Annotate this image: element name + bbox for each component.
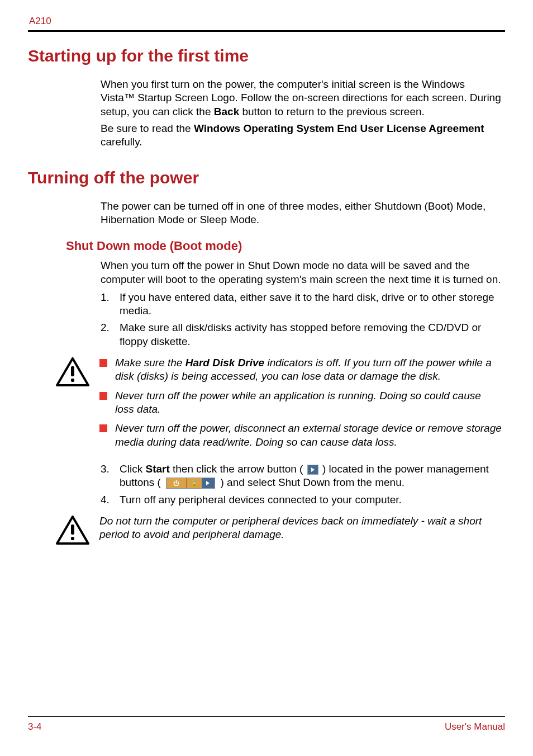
bullet-icon: [99, 392, 107, 400]
list-number: 1.: [101, 291, 120, 318]
arrow-button-icon: [307, 465, 318, 475]
menu-arrow-icon: [202, 478, 215, 488]
list-item: 3. Click Start then click the arrow butt…: [101, 462, 502, 490]
power-icon: ⏻: [166, 478, 187, 488]
caution-icon: [56, 516, 89, 547]
list-text: Turn off any peripheral devices connecte…: [120, 493, 502, 507]
section2-title: Turning off the power: [28, 168, 505, 187]
page-number: 3-4: [28, 721, 42, 733]
section1-para2: Be sure to read the Windows Operating Sy…: [101, 122, 502, 149]
footer-rule: [28, 716, 505, 717]
text: carefully.: [101, 136, 142, 148]
text: ) and select Shut Down from the menu.: [217, 476, 404, 488]
text: Click: [120, 463, 145, 475]
list-item: 1. If you have entered data, either save…: [101, 291, 502, 318]
header-rule: [28, 30, 505, 32]
section1-title: Starting up for the first time: [28, 46, 505, 65]
svg-rect-2: [71, 379, 74, 382]
start-label: Start: [145, 463, 169, 475]
list-number: 3.: [101, 462, 120, 490]
bullet-icon: [99, 424, 107, 432]
caution-block: Make sure the Hard Disk Drive indicators…: [56, 356, 502, 455]
caution-text: Make sure the Hard Disk Drive indicators…: [115, 356, 502, 384]
text: Be sure to read the: [101, 122, 194, 134]
list-number: 2.: [101, 321, 120, 348]
caution-bullet: Never turn off the power while an applic…: [99, 389, 502, 417]
svg-rect-1: [71, 366, 74, 376]
subsection-title: Shut Down mode (Boot mode): [66, 239, 505, 253]
list-item: 4. Turn off any peripheral devices conne…: [101, 493, 502, 507]
bullet-icon: [99, 359, 107, 367]
list-item: 2. Make sure all disk/disks activity has…: [101, 321, 502, 348]
text: Make sure the: [115, 357, 185, 368]
text: button to return to the previous screen.: [239, 106, 425, 117]
power-management-buttons-icon: ⏻🔒: [166, 478, 215, 489]
list-text: Make sure all disk/disks activity has st…: [120, 321, 502, 348]
eula-label: Windows Operating System End User Licens…: [194, 122, 484, 134]
caution-text: Never turn off the power, disconnect an …: [115, 422, 502, 449]
back-label: Back: [214, 106, 239, 117]
section2-intro: The power can be turned off in one of th…: [101, 200, 502, 227]
running-header: A210: [29, 16, 505, 27]
caution-block: Do not turn the computer or peripheral d…: [56, 514, 502, 547]
list-text: Click Start then click the arrow button …: [120, 462, 502, 490]
text: When you turn off the power in Shut Down…: [101, 259, 502, 286]
caution-bullet: Make sure the Hard Disk Drive indicators…: [99, 356, 502, 384]
section1-body: When you first turn on the power, the co…: [101, 78, 502, 149]
hdd-label: Hard Disk Drive: [185, 357, 265, 368]
footer-label: User's Manual: [445, 721, 505, 733]
page-footer: 3-4 User's Manual: [28, 716, 505, 733]
section1-para1: When you first turn on the power, the co…: [101, 78, 502, 119]
svg-rect-4: [71, 525, 74, 535]
lock-icon: 🔒: [187, 478, 202, 488]
caution-bullet: Never turn off the power, disconnect an …: [99, 422, 502, 449]
text: The power can be turned off in one of th…: [101, 200, 502, 227]
caution-text: Do not turn the computer or peripheral d…: [99, 514, 502, 542]
caution-text: Never turn off the power while an applic…: [115, 389, 502, 417]
subsection-intro: When you turn off the power in Shut Down…: [101, 259, 502, 286]
svg-rect-5: [71, 537, 74, 540]
caution-icon: [56, 357, 89, 389]
list-text: If you have entered data, either save it…: [120, 291, 502, 318]
list-number: 4.: [101, 493, 120, 507]
text: then click the arrow button (: [170, 463, 306, 475]
